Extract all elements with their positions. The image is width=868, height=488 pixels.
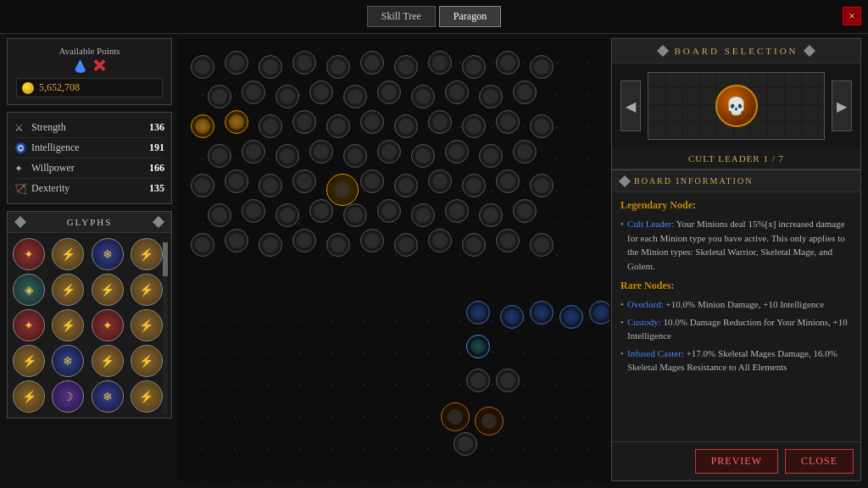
- board-node-61[interactable]: [479, 203, 503, 227]
- prev-board-button[interactable]: ◀: [620, 80, 641, 131]
- glyph-slot-8[interactable]: ✦: [13, 309, 45, 341]
- board-node-15[interactable]: [343, 85, 367, 108]
- board-node-54[interactable]: [242, 199, 265, 223]
- board-node-83[interactable]: [475, 407, 504, 435]
- board-node-51[interactable]: [496, 169, 520, 193]
- board-node-31[interactable]: [530, 114, 554, 138]
- board-node-62[interactable]: [513, 199, 537, 223]
- glyph-slot-16[interactable]: ⚡: [13, 380, 45, 413]
- board-node-79[interactable]: [466, 335, 490, 358]
- board-node-74[interactable]: [466, 301, 490, 324]
- board-node-27[interactable]: [394, 114, 418, 138]
- glyph-slot-13[interactable]: ❄: [52, 345, 84, 377]
- board-node-34[interactable]: [275, 144, 299, 168]
- glyph-slot-11[interactable]: ⚡: [131, 309, 163, 341]
- board-node-53[interactable]: [208, 203, 231, 227]
- board-node-47[interactable]: [360, 169, 384, 193]
- board-node-2[interactable]: [259, 55, 282, 79]
- board-node-40[interactable]: [479, 144, 503, 168]
- board-node-12[interactable]: [242, 80, 265, 104]
- tab-skill-tree[interactable]: Skill Tree: [367, 6, 436, 27]
- board-node-4[interactable]: [326, 55, 350, 79]
- board-node-76[interactable]: [530, 301, 554, 324]
- board-node-49[interactable]: [428, 169, 452, 193]
- board-node-7[interactable]: [428, 51, 452, 75]
- board-node-42[interactable]: [191, 174, 214, 197]
- board-node-80[interactable]: [466, 369, 490, 392]
- board-node-25[interactable]: [326, 114, 350, 138]
- board-node-23[interactable]: [259, 114, 282, 138]
- glyphs-scroll-thumb[interactable]: [163, 242, 168, 276]
- glyph-slot-12[interactable]: ⚡: [13, 345, 45, 377]
- glyph-slot-7[interactable]: ⚡: [131, 274, 163, 306]
- board-node-48[interactable]: [394, 174, 418, 197]
- board-node-69[interactable]: [394, 233, 418, 257]
- board-node-28[interactable]: [428, 110, 452, 134]
- glyph-slot-3[interactable]: ⚡: [131, 238, 163, 270]
- board-node-44[interactable]: [259, 174, 282, 197]
- board-node-16[interactable]: [377, 80, 401, 104]
- board-node-59[interactable]: [411, 203, 435, 227]
- glyph-slot-15[interactable]: ⚡: [131, 345, 163, 377]
- board-node-18[interactable]: [445, 80, 469, 104]
- glyph-slot-2[interactable]: ❄: [92, 238, 124, 270]
- board-node-1[interactable]: [225, 51, 248, 75]
- board-node-8[interactable]: [462, 55, 486, 79]
- board-node-9[interactable]: [496, 51, 520, 75]
- glyph-slot-1[interactable]: ⚡: [52, 238, 84, 270]
- board-node-45[interactable]: [292, 169, 316, 193]
- board-node-78[interactable]: [589, 301, 609, 324]
- board-node-30[interactable]: [496, 110, 520, 134]
- board-node-0[interactable]: [191, 55, 214, 79]
- board-node-19[interactable]: [479, 85, 503, 108]
- close-board-button[interactable]: Close: [785, 449, 854, 474]
- board-node-46[interactable]: [326, 174, 359, 206]
- board-node-82[interactable]: [441, 402, 470, 431]
- board-node-67[interactable]: [326, 233, 350, 257]
- board-node-32[interactable]: [208, 144, 231, 168]
- preview-button[interactable]: Preview: [695, 449, 778, 474]
- board-node-60[interactable]: [445, 199, 469, 223]
- board-node-64[interactable]: [225, 229, 248, 252]
- glyph-slot-9[interactable]: ⚡: [52, 309, 84, 341]
- board-node-81[interactable]: [496, 369, 520, 392]
- board-node-10[interactable]: [530, 55, 554, 79]
- board-node-41[interactable]: [513, 140, 537, 164]
- board-node-17[interactable]: [411, 85, 435, 108]
- board-node-29[interactable]: [462, 114, 486, 138]
- board-node-50[interactable]: [462, 174, 486, 197]
- glyph-slot-10[interactable]: ✦: [92, 309, 124, 341]
- board-node-33[interactable]: [242, 140, 265, 164]
- board-node-68[interactable]: [360, 229, 384, 252]
- glyph-slot-5[interactable]: ⚡: [52, 274, 84, 306]
- board-node-36[interactable]: [343, 144, 367, 168]
- board-node-43[interactable]: [225, 169, 248, 193]
- glyph-slot-18[interactable]: ❄: [92, 380, 124, 413]
- tab-paragon[interactable]: Paragon: [439, 6, 501, 27]
- board-node-6[interactable]: [394, 55, 418, 79]
- board-node-26[interactable]: [360, 110, 384, 134]
- glyph-slot-14[interactable]: ⚡: [92, 345, 124, 377]
- board-node-3[interactable]: [292, 51, 316, 75]
- cancel-point-icon[interactable]: [94, 59, 106, 71]
- board-node-70[interactable]: [428, 229, 452, 252]
- glyphs-scrollbar[interactable]: [163, 242, 168, 414]
- glyph-slot-4[interactable]: ◈: [13, 274, 45, 306]
- board-node-35[interactable]: [309, 140, 333, 164]
- board-node-73[interactable]: [530, 233, 554, 257]
- board-node-77[interactable]: [559, 305, 583, 329]
- glyph-slot-19[interactable]: ⚡: [131, 380, 163, 413]
- board-node-39[interactable]: [445, 140, 469, 164]
- board-node-84[interactable]: [453, 432, 477, 456]
- board-node-38[interactable]: [411, 144, 435, 168]
- next-board-button[interactable]: ▶: [832, 80, 852, 131]
- board-info-content[interactable]: Legendary Node: Cult Leader: Your Minion…: [612, 192, 860, 441]
- glyph-slot-0[interactable]: ✦: [13, 238, 45, 270]
- close-button[interactable]: ×: [843, 7, 861, 25]
- board-node-63[interactable]: [191, 233, 214, 257]
- board-node-57[interactable]: [343, 203, 367, 227]
- board-node-11[interactable]: [208, 85, 231, 108]
- board-node-66[interactable]: [292, 229, 316, 252]
- board-node-37[interactable]: [377, 140, 401, 164]
- board-node-20[interactable]: [513, 80, 537, 104]
